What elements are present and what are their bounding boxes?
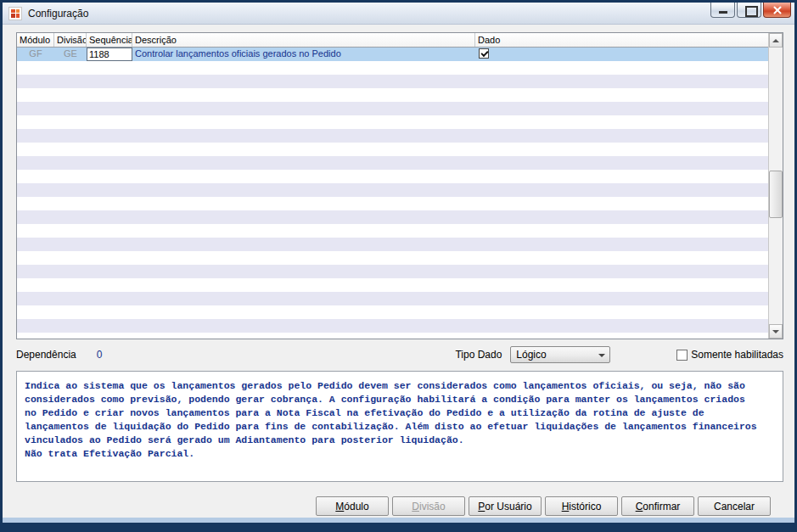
minimize-icon[interactable]	[710, 3, 735, 18]
divisao-button[interactable]: Divisão	[392, 496, 465, 516]
config-grid: MóduloDivisãoSequênciaDescriçãoDado GF G…	[16, 32, 783, 339]
tipo-dado-label: Tipo Dado	[455, 349, 502, 361]
tipo-dado-value: Lógico	[516, 349, 546, 361]
empty-row[interactable]	[17, 143, 768, 156]
description-box: Indica ao sistema que os lançamentos ger…	[16, 371, 783, 482]
empty-row[interactable]	[17, 61, 768, 75]
app-icon	[8, 7, 22, 20]
por-usuario-button[interactable]: Por Usuário	[469, 496, 542, 516]
confirmar-button[interactable]: Confirmar	[621, 496, 694, 516]
column-header[interactable]: Dado	[475, 33, 768, 47]
cell-descricao: Controlar lançamentos oficiais gerados n…	[132, 48, 475, 61]
grid-rows-empty	[17, 61, 768, 339]
cell-divisao: GE	[54, 48, 87, 61]
empty-row[interactable]	[17, 251, 768, 265]
grid-body: GF GE 1188 Controlar lançamentos oficiai…	[17, 48, 768, 339]
grid-header: MóduloDivisãoSequênciaDescriçãoDado	[17, 33, 768, 48]
empty-row[interactable]	[17, 115, 768, 129]
modulo-button[interactable]: Módulo	[316, 496, 389, 516]
cell-dado	[475, 48, 768, 61]
empty-row[interactable]	[17, 278, 768, 292]
tipo-dado-select[interactable]: Lógico	[510, 346, 610, 363]
chevron-down-icon	[598, 354, 605, 361]
grid-main: MóduloDivisãoSequênciaDescriçãoDado GF G…	[17, 33, 768, 339]
empty-row[interactable]	[17, 156, 768, 170]
empty-row[interactable]	[17, 265, 768, 278]
empty-row[interactable]	[17, 88, 768, 102]
empty-row[interactable]	[17, 333, 768, 339]
cell-modulo: GF	[17, 48, 54, 61]
description-text: Indica ao sistema que os lançamentos ger…	[25, 379, 775, 461]
dependencia-label: Dependência	[16, 349, 76, 361]
historico-button[interactable]: Histórico	[545, 496, 618, 516]
scrollbar-track[interactable]	[769, 48, 783, 324]
fields-row: Dependência 0 Tipo Dado Lógico Somente h…	[16, 344, 783, 365]
somente-habilitadas-label: Somente habilitadas	[691, 349, 783, 361]
empty-row[interactable]	[17, 224, 768, 238]
scroll-down-icon[interactable]	[769, 324, 783, 339]
empty-row[interactable]	[17, 102, 768, 115]
close-icon[interactable]	[763, 3, 791, 18]
column-header[interactable]: Divisão	[54, 33, 87, 47]
cancelar-button[interactable]: Cancelar	[698, 496, 771, 516]
checkbox-icon	[676, 350, 688, 361]
buttons-row: MóduloDivisãoPor UsuárioHistóricoConfirm…	[16, 496, 771, 516]
table-row-selected[interactable]: GF GE 1188 Controlar lançamentos oficiai…	[17, 48, 768, 61]
sequencia-input[interactable]: 1188	[87, 48, 132, 61]
vertical-scrollbar[interactable]	[768, 33, 783, 339]
window-controls	[710, 3, 791, 18]
empty-row[interactable]	[17, 238, 768, 251]
bottom-strip	[3, 518, 794, 523]
empty-row[interactable]	[17, 292, 768, 305]
empty-row[interactable]	[17, 170, 768, 183]
column-header[interactable]: Sequência	[87, 33, 132, 47]
configuration-window: Configuração MóduloDivisãoSequênciaDescr…	[0, 0, 797, 532]
dado-checkbox-icon[interactable]	[479, 48, 489, 59]
empty-row[interactable]	[17, 183, 768, 197]
somente-habilitadas-checkbox[interactable]: Somente habilitadas	[676, 349, 783, 361]
column-header[interactable]: Módulo	[17, 33, 54, 47]
titlebar[interactable]: Configuração	[3, 3, 794, 25]
empty-row[interactable]	[17, 210, 768, 224]
empty-row[interactable]	[17, 319, 768, 333]
dependencia-value: 0	[97, 349, 103, 361]
scrollbar-thumb[interactable]	[769, 171, 783, 218]
scroll-up-icon[interactable]	[769, 33, 783, 48]
empty-row[interactable]	[17, 197, 768, 210]
column-header[interactable]: Descrição	[132, 33, 475, 47]
empty-row[interactable]	[17, 129, 768, 143]
empty-row[interactable]	[17, 75, 768, 88]
window-title: Configuração	[28, 8, 88, 20]
empty-row[interactable]	[17, 305, 768, 319]
maximize-icon[interactable]	[737, 3, 761, 18]
cell-sequencia: 1188	[87, 48, 132, 61]
